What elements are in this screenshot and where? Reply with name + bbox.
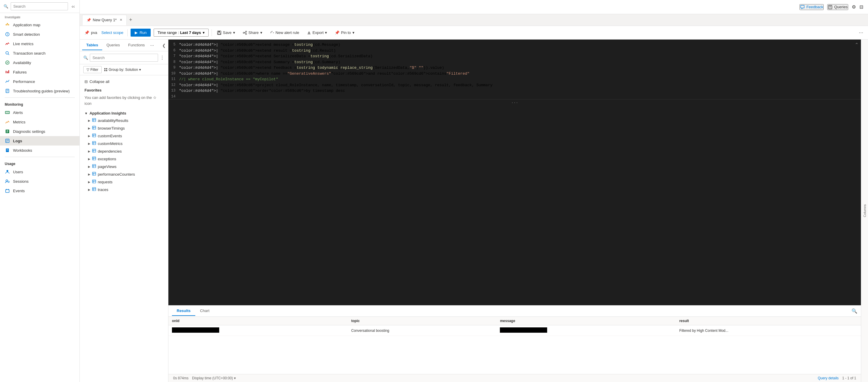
collapse-all-button[interactable]: ⊟ Collapse all [80, 78, 114, 85]
application-map-icon [5, 22, 10, 28]
new-tab-button[interactable]: + [127, 17, 135, 23]
app-insights-arrow-icon[interactable]: ▼ [85, 112, 88, 115]
select-scope-button[interactable]: Select scope [100, 30, 124, 35]
table-name: pageViews [98, 165, 116, 169]
line-content: "color:#d4d4d4">| [179, 71, 220, 77]
svg-rect-10 [6, 71, 6, 73]
left-tab-more-button[interactable]: ··· [149, 43, 155, 48]
line-number: 9 [168, 65, 179, 70]
table-cell [496, 325, 676, 336]
sidebar-item-metrics[interactable]: Metrics [0, 117, 80, 127]
results-search-button[interactable]: 🔍 [851, 308, 857, 314]
sidebar-item-smart-detection[interactable]: Smart detection [0, 30, 80, 39]
table-item[interactable]: ▶ performanceCounters [80, 170, 168, 178]
troubleshooting-guides-icon [5, 88, 10, 94]
chart-tab[interactable]: Chart [195, 306, 214, 316]
sidebar-item-workbooks[interactable]: Workbooks [0, 145, 80, 155]
columns-strip-label[interactable]: Columns [863, 204, 867, 217]
run-button[interactable]: ▶ Run [131, 29, 151, 37]
left-panel-collapse-button[interactable]: ❮ [162, 43, 166, 48]
sidebar-item-live-metrics[interactable]: Live metrics [0, 39, 80, 48]
sidebar-item-sessions[interactable]: Sessions [0, 177, 80, 186]
settings-button[interactable]: ⚙ [852, 4, 856, 10]
table-item[interactable]: ▶ availabilityResults [80, 116, 168, 124]
sidebar-item-failures[interactable]: Failures [0, 67, 80, 77]
tab-close-button[interactable]: ✕ [120, 18, 122, 22]
sidebar-item-application-map[interactable]: Application map [0, 20, 80, 30]
save-chevron-icon: ▾ [233, 30, 235, 35]
tab-functions[interactable]: Functions [124, 40, 149, 50]
code-editor[interactable]: 5 "color:#d4d4d4">| "color:#569cd6">exte… [168, 40, 861, 305]
svg-point-45 [246, 33, 247, 35]
tree-item-arrow-icon: ▶ [88, 180, 90, 184]
table-icon [92, 149, 96, 153]
line-content: "color:#d4d4d4">| [179, 59, 220, 65]
table-item[interactable]: ▶ pageViews [80, 163, 168, 170]
share-button[interactable]: Share ▾ [241, 29, 265, 36]
table-item[interactable]: ▶ requests [80, 178, 168, 186]
sidebar-item-alerts[interactable]: Alerts [0, 108, 80, 117]
query-tab[interactable]: 📌 New Query 1* ✕ [82, 15, 127, 25]
sidebar-item-diagnostic-settings[interactable]: Diagnostic settings [0, 127, 80, 136]
tab-pin-icon: 📌 [87, 18, 91, 22]
table-item[interactable]: ▶ exceptions [80, 155, 168, 163]
sidebar-item-transaction-search[interactable]: Transaction search [0, 48, 80, 58]
sidebar-item-logs[interactable]: Logs [0, 136, 80, 145]
table-name: availabilityResults [98, 118, 128, 123]
tab-queries[interactable]: Queries [102, 40, 124, 50]
sidebar-item-performance[interactable]: Performance [0, 77, 80, 86]
pin-to-button[interactable]: 📌 Pin to ▾ [332, 29, 356, 36]
sidebar-collapse-button[interactable]: ‹‹ [70, 4, 76, 9]
queries-button[interactable]: Queries [827, 4, 848, 10]
line-content: //| where cloud_RoleInstance == "myCopil… [179, 76, 278, 82]
favorites-section-title: Favorites [80, 85, 168, 94]
table-item[interactable]: ▶ dependencies [80, 147, 168, 155]
filter-button[interactable]: ▽ Filter [83, 66, 102, 73]
toolbar-more-button[interactable]: ··· [859, 30, 863, 36]
table-icon [92, 126, 96, 131]
editor-collapse-button[interactable]: ⌃ [855, 42, 859, 47]
save-button[interactable]: Save ▾ [215, 29, 238, 36]
time-range-button[interactable]: Time range : Last 7 days ▾ [154, 29, 209, 37]
results-tab[interactable]: Results [172, 306, 195, 316]
sidebar-item-users[interactable]: Users [0, 167, 80, 177]
results-column-header: onId [168, 317, 348, 325]
table-item[interactable]: ▶ customMetrics [80, 140, 168, 147]
content-area: Tables Queries Functions ··· ❮ 🔍 ⋮ ▽ Fil… [80, 40, 868, 382]
left-panel-search-more-button[interactable]: ⋮ [160, 55, 164, 61]
svg-point-34 [8, 181, 9, 183]
sidebar-item-troubleshooting-guides[interactable]: Troubleshooting guides (preview) [0, 86, 80, 96]
line-number: 14 [168, 94, 179, 99]
tree-item-arrow-icon: ▶ [88, 127, 90, 130]
sidebar-item-label: Diagnostic settings [13, 129, 45, 134]
results-area: Results Chart 🔍 onIdtopicmessageresult C… [168, 305, 861, 382]
alerts-icon [5, 110, 10, 115]
table-item[interactable]: ▶ browserTimings [80, 124, 168, 132]
tree-item-arrow-icon: ▶ [88, 150, 90, 153]
table-cell: Filtered by High Content Mod... [676, 325, 861, 336]
sidebar-item-events[interactable]: Events [0, 186, 80, 196]
left-panel-search-input[interactable] [90, 54, 158, 62]
tree-item-arrow-icon: ▶ [88, 134, 90, 138]
export-button[interactable]: Export ▾ [305, 29, 330, 36]
export-chevron-icon: ▾ [325, 30, 327, 35]
feedback-button[interactable]: Feedback [800, 4, 824, 10]
users-icon [5, 169, 10, 174]
table-icon [92, 172, 96, 177]
tree-item-arrow-icon: ▶ [88, 142, 90, 145]
group-by-button[interactable]: Group by: Solution ▾ [104, 68, 141, 72]
tab-tables[interactable]: Tables [82, 40, 102, 50]
sidebar-item-availability[interactable]: Availability [0, 58, 80, 67]
code-line: 6 "color:#d4d4d4">| "color:#569cd6">exte… [168, 48, 861, 54]
query-details-button[interactable]: Query details [818, 376, 839, 380]
sidebar-search-input[interactable] [11, 2, 68, 10]
live-metrics-icon [5, 41, 10, 46]
share-chevron-icon: ▾ [260, 30, 262, 35]
line-content: "color:#d4d4d4">| [179, 88, 220, 94]
sidebar-item-label: Workbooks [13, 148, 32, 152]
table-item[interactable]: ▶ traces [80, 186, 168, 194]
table-item[interactable]: ▶ customEvents [80, 132, 168, 140]
expand-button[interactable]: ⊟ [860, 4, 863, 10]
new-alert-rule-button[interactable]: New alert rule [268, 29, 302, 36]
query-toolbar: 📌 pva Select scope ▶ Run Time range : La… [80, 26, 868, 40]
